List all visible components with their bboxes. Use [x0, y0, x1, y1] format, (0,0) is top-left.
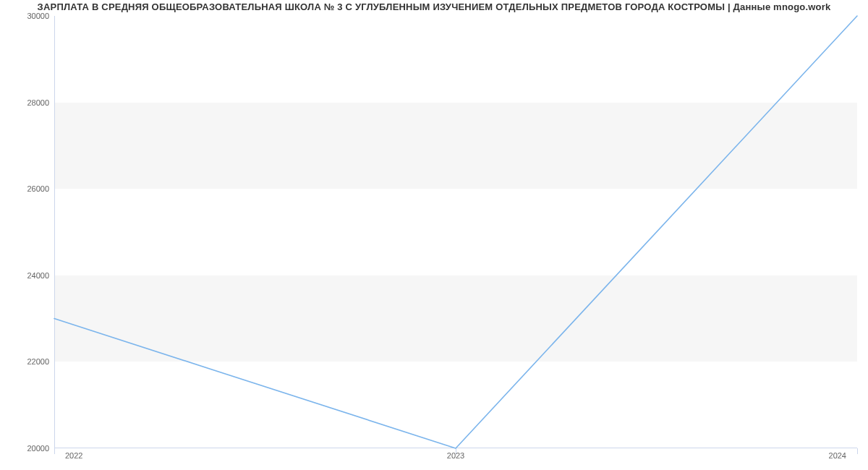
chart-container: ЗАРПЛАТА В СРЕДНЯЯ ОБЩЕОБРАЗОВАТЕЛЬНАЯ Ш…: [0, 0, 868, 470]
x-tick: [857, 448, 858, 454]
x-tick-label: 2023: [447, 451, 464, 460]
y-tick-label: 26000: [27, 184, 49, 193]
y-tick-label: 28000: [27, 98, 49, 107]
plot-area: [54, 16, 857, 448]
chart-title: ЗАРПЛАТА В СРЕДНЯЯ ОБЩЕОБРАЗОВАТЕЛЬНАЯ Ш…: [0, 1, 868, 12]
x-tick: [54, 448, 55, 454]
x-tick-label: 2024: [829, 451, 846, 460]
series-path: [54, 16, 857, 448]
y-tick-label: 24000: [27, 271, 49, 280]
y-tick-label: 30000: [27, 12, 49, 20]
y-tick-label: 20000: [27, 444, 49, 453]
x-tick-label: 2022: [65, 451, 82, 460]
line-series: [54, 16, 857, 448]
y-tick-label: 22000: [27, 357, 49, 366]
